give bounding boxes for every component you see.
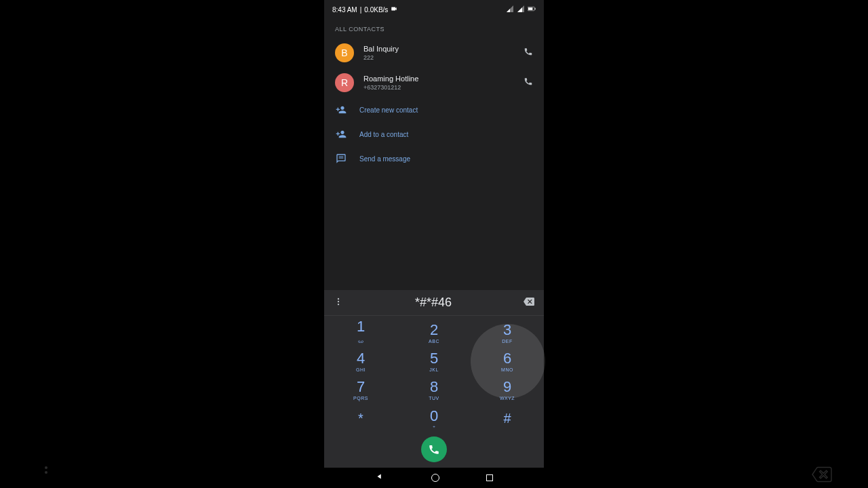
overflow-menu-icon[interactable] <box>334 297 343 309</box>
phone-icon[interactable] <box>524 47 533 59</box>
contact-name: Bal Inquiry <box>363 45 514 53</box>
nav-home-icon[interactable] <box>431 474 439 482</box>
key-7[interactable]: 7 PQRS <box>324 375 397 404</box>
person-add-icon <box>335 129 347 140</box>
contact-row[interactable]: R Roaming Hotline +6327301212 <box>324 68 544 98</box>
dial-display: *#*#46 <box>324 290 544 316</box>
svg-rect-3 <box>339 157 344 157</box>
key-2[interactable]: 2 ABC <box>397 319 471 347</box>
key-1[interactable]: 1 <box>324 319 397 347</box>
video-icon <box>391 5 397 14</box>
voicemail-icon <box>358 334 363 346</box>
action-label: Send a message <box>359 155 410 163</box>
action-label: Create new contact <box>359 106 418 114</box>
contact-number: 222 <box>363 54 514 61</box>
avatar: R <box>335 73 354 92</box>
contacts-section: ALL CONTACTS B Bal Inquiry 222 R Roaming… <box>324 19 544 290</box>
svg-point-6 <box>338 300 339 302</box>
status-time: 8:43 AM <box>332 6 357 14</box>
background-dots <box>45 466 47 474</box>
backspace-icon[interactable] <box>524 296 534 310</box>
dialed-number[interactable]: *#*#46 <box>343 296 524 310</box>
nav-recents-icon[interactable] <box>486 474 493 481</box>
key-star[interactable]: * <box>324 404 397 432</box>
call-button[interactable] <box>421 436 447 462</box>
action-label: Add to a contact <box>359 131 408 138</box>
background-backspace-icon <box>810 465 834 487</box>
key-hash[interactable]: # <box>471 404 544 432</box>
key-8[interactable]: 8 TUV <box>397 375 471 404</box>
svg-point-7 <box>338 303 339 304</box>
contact-number: +6327301212 <box>363 84 514 91</box>
avatar: B <box>335 43 354 62</box>
contact-row[interactable]: B Bal Inquiry 222 <box>324 38 544 68</box>
key-4[interactable]: 4 GHI <box>324 347 397 375</box>
signal-icon-2 <box>517 5 525 14</box>
key-6[interactable]: 6 MNO <box>471 347 544 375</box>
contact-name: Roaming Hotline <box>363 75 514 83</box>
send-message-action[interactable]: Send a message <box>324 146 544 171</box>
svg-point-9 <box>361 341 363 343</box>
key-5[interactable]: 5 JKL <box>397 347 471 375</box>
create-contact-action[interactable]: Create new contact <box>324 98 544 122</box>
key-3[interactable]: 3 DEF <box>471 319 544 347</box>
key-0[interactable]: 0 + <box>397 404 471 432</box>
phone-icon[interactable] <box>524 77 533 89</box>
svg-rect-2 <box>535 8 536 10</box>
person-add-icon <box>335 104 347 115</box>
svg-rect-1 <box>528 7 532 10</box>
battery-icon <box>528 5 536 14</box>
keypad: 1 2 ABC 3 DEF 4 GHI 5 JKL 6 MNO <box>324 316 544 468</box>
add-to-contact-action[interactable]: Add to a contact <box>324 122 544 146</box>
status-bar: 8:43 AM | 0.0KB/s <box>324 0 544 19</box>
svg-point-8 <box>358 341 360 343</box>
section-label: ALL CONTACTS <box>324 19 544 38</box>
signal-icon-1 <box>506 5 514 14</box>
status-data-rate: 0.0KB/s <box>364 6 388 14</box>
navigation-bar <box>324 468 544 488</box>
nav-back-icon[interactable] <box>375 472 384 484</box>
key-9[interactable]: 9 WXYZ <box>471 375 544 404</box>
svg-rect-4 <box>339 158 344 159</box>
svg-point-5 <box>338 298 339 299</box>
message-icon <box>335 153 347 164</box>
